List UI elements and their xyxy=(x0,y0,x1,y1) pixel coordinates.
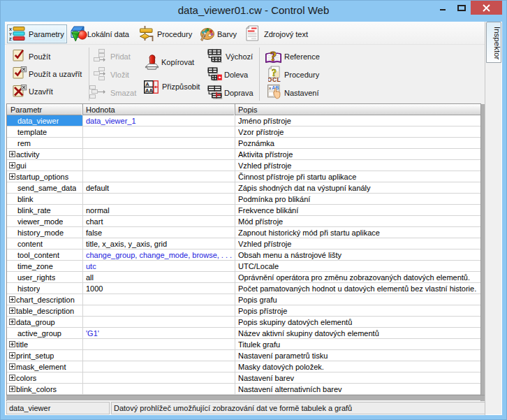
svg-text:X: X xyxy=(9,27,12,31)
svg-text:?: ? xyxy=(270,49,277,64)
svg-text:A: A xyxy=(145,81,149,87)
svg-text:AA: AA xyxy=(145,87,153,94)
svg-text:Y: Y xyxy=(9,32,12,36)
svg-text:OCL: OCL xyxy=(268,76,281,82)
svg-text:Z: Z xyxy=(9,37,12,41)
